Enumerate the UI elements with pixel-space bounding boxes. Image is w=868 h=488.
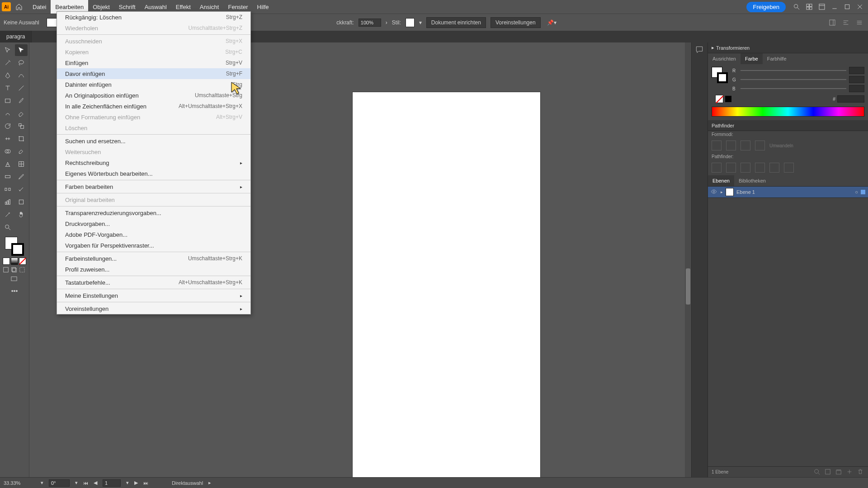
rotate-tool[interactable] — [1, 120, 14, 132]
gradient-tool[interactable] — [1, 171, 14, 183]
g-input[interactable] — [849, 76, 864, 83]
menu-keyboard-shortcuts[interactable]: Tastaturbefehle...Alt+Umschalttaste+Strg… — [57, 277, 250, 288]
artboard-nav-input[interactable] — [103, 479, 121, 487]
merge-icon[interactable] — [741, 163, 750, 173]
chevron-right-icon[interactable]: › — [386, 19, 387, 26]
first-artboard-icon[interactable]: ⏮ — [83, 480, 88, 486]
color-mode-gradient[interactable] — [11, 258, 18, 265]
menu-paste-back[interactable]: Dahinter einfügenStrg — [57, 79, 250, 90]
panel-toggle-icon[interactable] — [827, 18, 837, 28]
outline-icon[interactable] — [769, 163, 779, 173]
divide-icon[interactable] — [712, 163, 722, 173]
locate-layer-icon[interactable] — [814, 469, 821, 476]
rectangle-tool[interactable] — [1, 95, 14, 107]
tab-farbhilfe[interactable]: Farbhilfe — [763, 53, 791, 64]
exclude-icon[interactable] — [755, 141, 765, 150]
menu-preferences[interactable]: Voreinstellungen▸ — [57, 303, 250, 314]
crop-icon[interactable] — [755, 163, 765, 173]
slice-tool[interactable] — [1, 209, 14, 221]
menu-icon[interactable] — [854, 18, 864, 28]
more-tools-icon[interactable]: ••• — [11, 287, 18, 295]
chevron-down-icon[interactable]: ▾ — [126, 480, 129, 486]
next-artboard-icon[interactable]: ▶ — [134, 480, 138, 486]
zoom-level[interactable]: 33.33% — [4, 480, 35, 486]
document-setup-button[interactable]: Dokument einrichten — [426, 17, 486, 28]
artboard-tool[interactable] — [15, 196, 28, 208]
lasso-tool[interactable] — [15, 57, 28, 69]
menu-transparency-presets[interactable]: Transparenzreduzierungsvorgaben... — [57, 207, 250, 218]
shape-builder-tool[interactable] — [1, 145, 14, 157]
style-swatch[interactable] — [406, 18, 415, 27]
layer-name[interactable]: Ebene 1 — [736, 189, 755, 195]
menu-edit-colors[interactable]: Farben bearbeiten▸ — [57, 181, 250, 192]
black-swatch[interactable] — [725, 96, 731, 102]
opacity-input[interactable] — [359, 19, 381, 27]
new-layer-icon[interactable] — [846, 469, 854, 476]
eraser-tool[interactable] — [15, 108, 28, 119]
comment-icon[interactable] — [695, 45, 705, 55]
draw-normal-icon[interactable] — [3, 267, 10, 274]
delete-layer-icon[interactable] — [857, 469, 864, 476]
close-icon[interactable] — [854, 0, 866, 13]
pathfinder-header[interactable]: Pathfinder — [708, 120, 868, 131]
color-mode-none[interactable] — [19, 258, 26, 265]
zoom-tool[interactable] — [1, 221, 14, 233]
magic-wand-tool[interactable] — [1, 57, 14, 69]
minus-back-icon[interactable] — [784, 163, 794, 173]
align-icon[interactable] — [841, 18, 851, 28]
shaper-tool[interactable] — [1, 108, 14, 119]
spectrum-bar[interactable] — [712, 107, 864, 117]
stroke-color[interactable] — [11, 243, 24, 256]
color-proxy-panel[interactable] — [712, 67, 728, 83]
unite-icon[interactable] — [712, 141, 722, 150]
eyedropper-tool[interactable] — [15, 171, 28, 183]
line-tool[interactable] — [15, 82, 28, 94]
r-input[interactable] — [849, 67, 864, 74]
new-sublayer-icon[interactable] — [835, 469, 843, 476]
type-tool[interactable] — [1, 82, 14, 94]
chevron-down-icon[interactable]: ▾ — [419, 19, 422, 26]
minimize-icon[interactable] — [828, 0, 841, 13]
hand-tool[interactable] — [15, 209, 28, 221]
paintbrush-tool[interactable] — [15, 95, 28, 107]
screen-mode-icon[interactable] — [11, 276, 18, 283]
none-swatch[interactable] — [715, 95, 723, 103]
target-icon[interactable]: ○ — [855, 189, 858, 195]
menu-assign-profile[interactable]: Profil zuweisen... — [57, 264, 250, 275]
draw-behind-icon[interactable] — [11, 267, 18, 274]
prev-artboard-icon[interactable]: ◀ — [94, 480, 97, 486]
selection-tool[interactable] — [1, 44, 14, 56]
menu-hilfe[interactable]: Hilfe — [253, 0, 274, 14]
last-artboard-icon[interactable]: ⏭ — [143, 480, 148, 486]
menu-paste-all-artboards[interactable]: In alle Zeichenflächen einfügenAlt+Umsch… — [57, 101, 250, 112]
menu-edit-dictionary[interactable]: Eigenes Wörterbuch bearbeiten... — [57, 168, 250, 179]
chevron-down-icon[interactable]: ▾ — [75, 480, 78, 486]
scrollbar-thumb[interactable] — [686, 268, 690, 305]
menu-paste[interactable]: EinfügenStrg+V — [57, 57, 250, 68]
clipping-mask-icon[interactable] — [825, 469, 832, 476]
blend-tool[interactable] — [1, 183, 14, 195]
draw-inside-icon[interactable] — [19, 267, 26, 274]
document-tab[interactable]: paragra — [0, 31, 32, 42]
menu-datei[interactable]: Datei — [28, 0, 51, 14]
menu-pdf-presets[interactable]: Adobe PDF-Vorgaben... — [57, 229, 250, 240]
preferences-button[interactable]: Voreinstellungen — [491, 17, 541, 28]
tab-ebenen[interactable]: Ebenen — [708, 175, 734, 186]
b-input[interactable] — [849, 85, 864, 92]
workspace-icon[interactable] — [816, 0, 828, 13]
visibility-icon[interactable] — [711, 188, 718, 196]
chevron-down-icon[interactable]: ▾ — [41, 480, 43, 486]
scale-tool[interactable] — [15, 120, 28, 132]
color-mode-solid[interactable] — [3, 258, 10, 265]
menu-spelling[interactable]: Rechtschreibung▸ — [57, 157, 250, 168]
menu-perspective-presets[interactable]: Vorgaben für Perspektivenraster... — [57, 240, 250, 251]
color-proxy[interactable] — [5, 237, 24, 256]
perspective-tool[interactable] — [1, 158, 14, 170]
tab-farbe[interactable]: Farbe — [741, 53, 763, 64]
layer-row[interactable]: ▸ Ebene 1 ○ — [708, 186, 868, 198]
menu-undo[interactable]: Rückgängig: LöschenStrg+Z — [57, 12, 250, 23]
share-button[interactable]: Freigeben — [746, 2, 786, 12]
pin-icon[interactable]: 📌▾ — [547, 19, 557, 26]
expand-arrow-icon[interactable]: ▸ — [721, 190, 723, 194]
menu-paste-front[interactable]: Davor einfügenStrg+F — [57, 68, 250, 79]
